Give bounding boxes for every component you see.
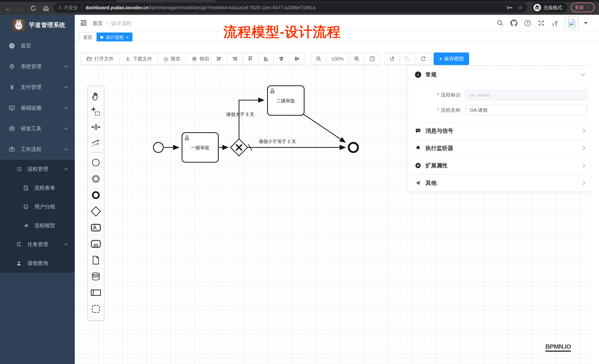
align-right-button[interactable] <box>227 52 243 65</box>
password-key-icon[interactable] <box>506 4 513 11</box>
undo-button[interactable]: ↺ <box>384 52 400 65</box>
align-center-vertical-icon <box>294 56 300 62</box>
breadcrumb-home[interactable]: 首页 <box>92 20 103 27</box>
sidebar-item-label: 任务管理 <box>27 241 48 248</box>
align-left-button[interactable] <box>211 52 227 65</box>
avatar[interactable] <box>564 16 578 30</box>
folder-open-icon <box>87 56 92 61</box>
tag-design-process[interactable]: 设计流程 × <box>97 33 132 42</box>
browser-forward-button[interactable]: → <box>16 4 25 13</box>
simulate-button[interactable]: 模拟 <box>186 52 215 65</box>
panel-section-message-signal[interactable]: 消息与信号 <box>408 122 591 140</box>
save-label: 保存模型 <box>444 55 464 62</box>
sidebar-item-process-form[interactable]: 流程表单 <box>0 178 75 197</box>
help-icon[interactable]: ? <box>524 19 532 27</box>
sidebar-item-home[interactable]: 首页 <box>0 35 75 56</box>
bpmn-io-logo[interactable]: BPMN.iO <box>545 343 571 352</box>
toolbox-icon <box>7 126 16 132</box>
tag-home[interactable]: 首页 <box>79 33 96 42</box>
sidebar-item-devtools[interactable]: 研发工具 <box>0 118 75 139</box>
github-icon[interactable] <box>510 19 518 27</box>
flow-gateway-to-task2[interactable] <box>239 100 264 139</box>
save-model-button[interactable]: + 保存模型 <box>434 52 469 65</box>
url-bar[interactable]: ⚠ 不安全 dashboard.yudao.iocoder.cn /bpm/ma… <box>54 3 527 13</box>
browser-reload-button[interactable] <box>29 4 38 13</box>
font-size-icon[interactable]: TT <box>551 19 559 27</box>
browser-active-tab[interactable] <box>116 0 216 2</box>
refresh-icon <box>420 56 426 61</box>
zoom-out-button[interactable] <box>311 52 326 65</box>
start-event[interactable] <box>153 143 163 152</box>
sidebar-item-workflow[interactable]: 工作流程 <box>0 139 75 160</box>
user-icon <box>15 260 23 266</box>
download-file-button[interactable]: 下载文件 <box>119 52 158 65</box>
sidebar-item-label: 流程表单 <box>35 184 55 191</box>
sidebar-item-label: 系统管理 <box>21 63 41 70</box>
align-bottom-button[interactable] <box>258 52 274 65</box>
flow-task2-to-end[interactable] <box>303 114 345 142</box>
browser-update-button[interactable]: 更新 ⋮ <box>571 3 595 12</box>
breadcrumb-current: 设计流程 <box>111 20 132 27</box>
list-icon <box>15 166 23 172</box>
plus-icon: + <box>439 55 442 62</box>
close-icon[interactable]: × <box>126 35 129 40</box>
zoom-in-button[interactable] <box>349 52 365 65</box>
security-warning-icon: ⚠ <box>58 5 62 10</box>
redo-button[interactable]: ↻ <box>400 52 415 65</box>
align-center-horizontal-button[interactable] <box>273 52 289 65</box>
org-flow-icon <box>15 242 23 247</box>
sidebar-item-payment[interactable]: ¥ 支付管理 <box>0 77 75 98</box>
button-label: 下载文件 <box>133 56 152 62</box>
browser-back-button[interactable]: ← <box>4 4 13 13</box>
align-center-vertical-button[interactable] <box>289 52 305 65</box>
info-icon: i <box>415 71 421 78</box>
sidebar: 芋道管理系统 首页 ⚙ 系统管理 ¥ 支付管理 基础设施 <box>0 15 75 364</box>
sidebar-item-infra[interactable]: 基础设施 <box>0 98 75 118</box>
sidebar-collapse-button[interactable] <box>80 19 87 27</box>
panel-section-extended-attrs[interactable]: 扩展属性 <box>408 157 591 174</box>
process-name-input[interactable] <box>465 105 588 115</box>
panel-section-other[interactable]: 其他 <box>408 174 591 192</box>
panel-section-execution-listener[interactable]: 执行监听器 <box>408 140 591 157</box>
monitor-icon <box>7 105 16 111</box>
align-right-icon <box>232 56 238 62</box>
right-scroll-gutter[interactable] <box>591 65 599 364</box>
user-task-level1[interactable]: 一级审批 <box>182 133 218 162</box>
process-key-input[interactable] <box>465 90 588 100</box>
browser-menu-kebab-icon[interactable]: ⋮ <box>586 5 591 10</box>
sidebar-item-label: 基础设施 <box>21 104 41 111</box>
tag-label: 设计流程 <box>106 34 123 40</box>
yen-icon: ¥ <box>7 84 16 91</box>
plus-circle-icon <box>415 163 421 169</box>
chevron-up-icon <box>64 148 68 152</box>
search-icon[interactable] <box>496 19 504 27</box>
user-task-level2[interactable]: 二级审批 <box>267 86 304 115</box>
panel-section-general[interactable]: i 常规 <box>408 66 591 84</box>
app-logo-row[interactable]: 芋道管理系统 <box>0 15 75 35</box>
preview-button[interactable]: ◎ 预览 <box>158 52 186 65</box>
sidebar-item-process-mgmt[interactable]: 流程管理 <box>0 160 75 178</box>
restart-button[interactable] <box>415 52 431 65</box>
general-fields: 流程标识 流程名称 <box>408 84 591 122</box>
breadcrumb-separator: / <box>106 20 108 27</box>
task2-label: 二级审批 <box>276 98 295 103</box>
align-top-icon <box>247 56 253 62</box>
sidebar-item-task-mgmt[interactable]: 任务管理 <box>0 235 75 254</box>
sidebar-item-leave-query[interactable]: 请假查询 <box>0 254 75 273</box>
align-top-button[interactable] <box>242 52 258 65</box>
sidebar-item-label: 用户分组 <box>35 203 55 210</box>
open-file-button[interactable]: 打开文件 <box>81 52 120 65</box>
sidebar-item-label: 首页 <box>21 42 31 49</box>
browser-home-button[interactable] <box>41 4 50 13</box>
sidebar-item-system[interactable]: ⚙ 系统管理 <box>0 56 75 77</box>
end-event[interactable] <box>349 143 358 152</box>
paper-plane-icon <box>22 223 30 229</box>
zoom-reset-button[interactable] <box>364 52 380 65</box>
fullscreen-icon[interactable] <box>537 19 545 27</box>
avatar-caret-icon[interactable] <box>584 22 588 24</box>
sidebar-item-process-model[interactable]: 流程模型 <box>0 216 75 235</box>
sidebar-item-user-group[interactable]: 用户分组 <box>0 197 75 216</box>
exclusive-gateway[interactable] <box>230 139 247 156</box>
sidebar-item-label: 工作流程 <box>21 146 41 153</box>
bookmark-star-icon[interactable]: ☆ <box>518 4 523 11</box>
